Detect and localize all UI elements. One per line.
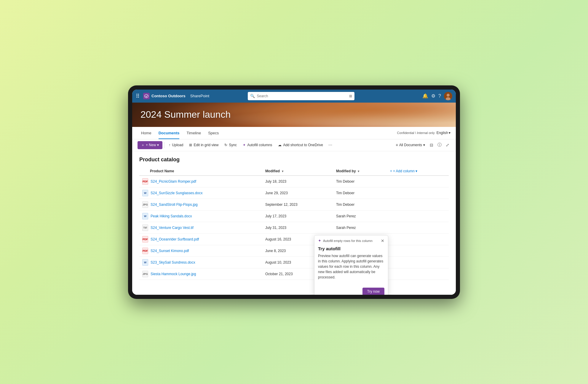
file-icon-pdf: PDF (142, 248, 148, 254)
file-icon-docx: W (142, 190, 148, 196)
brand-logo[interactable]: Contoso Outdoors (143, 93, 186, 99)
table-wrapper: Product Name Modified ▾ Modified by ▾ (139, 167, 449, 280)
chevron-down-icon: ▾ (157, 143, 159, 147)
autofill-button[interactable]: ✦ Autofill columns (240, 141, 274, 149)
toolbar-right: ≡ All Documents ▾ ⊟ ⓘ ⤢ (394, 141, 450, 149)
subnav-tabs: Home Documents Timeline Specs (138, 127, 397, 139)
col-header-name[interactable]: Product Name (139, 167, 262, 176)
chevron-down-icon: ▾ (423, 143, 425, 147)
file-icon-docx: W (142, 213, 148, 219)
table-row: W S23_SkySail Sundress.docx August 10, 2… (139, 256, 449, 268)
table-row: PDF S24_Sunset Kimono.pdf June 8, 2023 C… (139, 245, 449, 256)
upload-button[interactable]: ↑ Upload (166, 141, 186, 149)
table-row: W S24_SunSizzle Sunglasses.docx June 29,… (139, 187, 449, 199)
app-name: SharePoint (190, 94, 209, 98)
popup-body: Try autofill Preview how autofill can ge… (314, 245, 388, 288)
search-bar[interactable]: 🔍 ⊞ (248, 92, 354, 100)
help-icon[interactable]: ? (438, 93, 441, 99)
subnav-right: Confidential \ Internal only English ▾ (397, 131, 450, 135)
tab-specs[interactable]: Specs (204, 127, 222, 139)
new-button[interactable]: ＋ + New ▾ (138, 141, 162, 149)
device-frame: ⠿ Contoso Outdoors SharePoint 🔍 ⊞ 🔔 ⚙ (128, 85, 460, 299)
sort-icon: ▾ (282, 170, 283, 173)
popup-header: ✦ Autofill empty rows for this column ✕ (314, 235, 388, 245)
svg-point-1 (447, 94, 450, 97)
sub-navigation: Home Documents Timeline Specs Confidenti… (132, 127, 456, 139)
edit-grid-button[interactable]: ⊞ Edit in grid view (187, 141, 221, 149)
file-icon-jpg: JPG (142, 271, 148, 277)
search-filter-icon[interactable]: ⊞ (349, 94, 352, 98)
table-row: JPG Siesta Hammock Lounge.jpg October 21… (139, 268, 449, 280)
expand-button[interactable]: ⤢ (445, 141, 450, 149)
chevron-down-icon: ▾ (416, 169, 417, 173)
popup-description: Preview how autofill can generate values… (318, 253, 384, 280)
confidential-badge: Confidential \ Internal only (397, 131, 434, 135)
section-title: Product catalog (139, 157, 449, 163)
plus-icon: ＋ (141, 143, 145, 148)
col-header-add-column[interactable]: + + Add column ▾ (387, 167, 449, 176)
popup-header-label: ✦ Autofill empty rows for this column (318, 238, 373, 243)
close-icon[interactable]: ✕ (381, 238, 384, 243)
table-row: PDF S24_PicnicGlam Romper.pdf July 18, 2… (139, 176, 449, 187)
separator (164, 142, 164, 148)
list-icon: ≡ (396, 143, 398, 147)
popup-title: Try autofill (318, 246, 384, 251)
col-header-modified-by[interactable]: Modified by ▾ (333, 167, 387, 176)
autofill-popup: ✦ Autofill empty rows for this column ✕ … (314, 235, 388, 295)
spark-icon: ✦ (318, 238, 321, 243)
add-onedrive-button[interactable]: ☁ Add shortcut to OneDrive (276, 141, 325, 149)
tab-timeline[interactable]: Timeline (183, 127, 204, 139)
avatar[interactable] (444, 92, 452, 100)
plus-icon: + (390, 169, 392, 173)
sync-button[interactable]: ↻ Sync (222, 141, 239, 149)
file-icon-pdf: PDF (142, 236, 148, 243)
info-button[interactable]: ⓘ (436, 141, 443, 149)
table-row: JPG S24_SandStroll Flip-Flops.jpg Septem… (139, 199, 449, 210)
language-selector[interactable]: English ▾ (437, 131, 450, 135)
try-now-button[interactable]: Try now (362, 288, 384, 295)
search-icon: 🔍 (250, 94, 255, 98)
filter-button[interactable]: ⊟ (429, 141, 434, 149)
hero-title: 2024 Summer launch (140, 109, 231, 120)
settings-icon[interactable]: ⚙ (431, 93, 435, 99)
documents-table: Product Name Modified ▾ Modified by ▾ (139, 167, 449, 280)
table-row: W Peak Hiking Sandals.docx July 17, 2023… (139, 210, 449, 222)
file-icon-docx: W (142, 259, 148, 266)
hero-banner: 2024 Summer launch (132, 103, 456, 127)
popup-footer: Try now (314, 288, 388, 295)
onedrive-icon: ☁ (278, 143, 282, 147)
autofill-icon: ✦ (243, 143, 246, 147)
upload-icon: ↑ (169, 143, 170, 147)
more-options-button[interactable]: ··· (327, 142, 334, 148)
file-icon-tif: TIF (142, 224, 148, 231)
file-icon-pdf: PDF (142, 178, 148, 185)
brand-name: Contoso Outdoors (151, 94, 186, 98)
waffle-icon[interactable]: ⠿ (136, 93, 140, 99)
search-input[interactable] (257, 94, 347, 98)
tab-home[interactable]: Home (138, 127, 155, 139)
tab-documents[interactable]: Documents (155, 127, 183, 139)
file-icon-jpg: JPG (142, 201, 148, 208)
table-row: PDF S24_Oceanrider Surfboard.pdf August … (139, 233, 449, 245)
all-documents-button[interactable]: ≡ All Documents ▾ (394, 142, 427, 148)
sort-icon: ▾ (358, 170, 359, 173)
brand-icon (143, 93, 150, 99)
sync-icon: ↻ (224, 143, 227, 147)
main-content: Product catalog Product Name Modified ▾ (132, 151, 456, 295)
screen: ⠿ Contoso Outdoors SharePoint 🔍 ⊞ 🔔 ⚙ (132, 90, 456, 295)
toolbar: ＋ + New ▾ ↑ Upload ⊞ Edit in grid view ↻… (132, 139, 456, 151)
bell-icon[interactable]: 🔔 (422, 93, 428, 99)
topnav-right: 🔔 ⚙ ? (422, 92, 452, 100)
grid-icon: ⊞ (189, 143, 192, 147)
chevron-down-icon: ▾ (449, 131, 450, 135)
table-row: TIF S24_Venture Cargo Vest.tif July 31, … (139, 222, 449, 233)
top-navigation: ⠿ Contoso Outdoors SharePoint 🔍 ⊞ 🔔 ⚙ (132, 90, 456, 103)
col-header-modified[interactable]: Modified ▾ (262, 167, 333, 176)
